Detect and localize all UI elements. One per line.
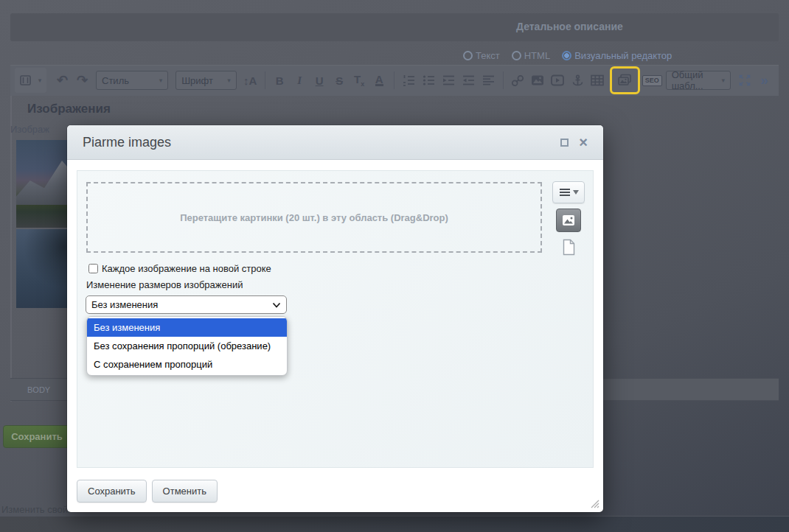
bold-icon: B (276, 74, 284, 87)
resize-select-label: Изменение размеров изображений (86, 279, 243, 290)
template-dropdown-value: Общий шабл... (672, 69, 717, 91)
image-gallery-button[interactable] (615, 70, 635, 91)
italic-icon: I (297, 74, 302, 87)
dialog-resize-handle[interactable] (590, 499, 599, 508)
dialog-save-button[interactable]: Сохранить (77, 480, 147, 503)
bold-button[interactable]: B (270, 70, 290, 91)
remove-format-button[interactable]: Tx (350, 70, 369, 91)
option-no-change[interactable]: Без изменения (87, 318, 287, 337)
footer-strip (0, 516, 789, 532)
radio-icon[interactable] (512, 51, 521, 60)
numbered-list-icon (403, 74, 415, 86)
undo-button[interactable]: ↶ (52, 70, 72, 91)
gallery-button-highlight (610, 66, 640, 94)
dialog-cancel-label: Отменить (163, 486, 206, 497)
align-left-button[interactable] (479, 70, 498, 91)
page-save-button-label: Сохранить (11, 431, 63, 442)
chevron-down-icon: ▾ (721, 77, 725, 84)
template-dropdown[interactable]: Общий шабл... ▾ (666, 71, 731, 90)
radio-selected-icon[interactable] (562, 51, 571, 60)
dialog-cancel-button[interactable]: Отменить (152, 480, 218, 503)
newline-checkbox-row: Каждое изображение на новой строке (88, 263, 271, 274)
outdent-icon (462, 74, 475, 86)
toolbar-more-button[interactable]: » (754, 70, 774, 91)
link-icon (511, 74, 524, 87)
font-dropdown-value: Шрифт (181, 75, 213, 86)
dialog-header[interactable]: Piarme images × (67, 125, 603, 160)
radio-icon[interactable] (463, 51, 473, 60)
undo-icon: ↶ (57, 72, 68, 88)
insert-image-button[interactable] (528, 70, 548, 91)
underline-button[interactable]: U (310, 70, 330, 91)
numbered-list-button[interactable] (399, 70, 419, 91)
option-crop[interactable]: Без сохранения пропорций (обрезание) (87, 337, 287, 355)
anchor-icon (571, 74, 584, 87)
image-view-icon (562, 214, 575, 226)
widget-block-button[interactable]: ▾ (15, 68, 46, 93)
page: Детальное описание Текст HTML Визуальный… (0, 0, 789, 532)
image-view-button[interactable] (556, 209, 581, 232)
resize-select-value: Без изменения (91, 299, 158, 310)
indent-icon (442, 74, 455, 86)
dialog-buttons: Сохранить Отменить (77, 480, 218, 503)
chevron-down-icon: ▾ (159, 77, 163, 84)
toolbar-separator (394, 71, 394, 89)
list-view-menu-button[interactable] (552, 181, 585, 203)
hamburger-icon (559, 188, 571, 197)
font-dropdown[interactable]: Шрифт ▾ (175, 71, 237, 90)
chevron-down-icon (272, 302, 281, 308)
video-icon (551, 74, 564, 86)
image-dropzone[interactable]: Перетащите картинки (20 шт.) в эту облас… (86, 182, 542, 253)
bullet-list-button[interactable] (419, 70, 439, 91)
style-dropdown[interactable]: Стиль ▾ (96, 71, 168, 90)
outdent-button[interactable] (459, 70, 479, 91)
indent-button[interactable] (439, 70, 459, 91)
seo-icon: SEO (642, 75, 662, 86)
align-left-icon (482, 74, 495, 86)
strikethrough-button[interactable]: S (330, 70, 350, 91)
dialog-title: Piarme images (83, 135, 171, 150)
underline-icon: U (316, 74, 324, 87)
font-size-button[interactable]: ↕A (240, 70, 260, 91)
table-button[interactable] (588, 70, 608, 91)
text-color-icon: A (375, 74, 383, 86)
section-header-bar: Детальное описание (10, 13, 779, 41)
element-path-body[interactable]: BODY (10, 379, 67, 400)
chevron-down-icon: ▾ (227, 77, 231, 84)
edit-properties-link[interactable]: Изменить свой (1, 504, 68, 515)
bullet-list-icon (423, 74, 435, 86)
piarme-images-dialog: Piarme images × Перетащите картинки (20 … (67, 125, 603, 512)
section-title: Детальное описание (516, 21, 623, 32)
mode-radio-text[interactable]: Текст (463, 50, 500, 61)
maximize-editor-button[interactable] (734, 70, 754, 91)
newline-checkbox[interactable] (88, 264, 98, 273)
chevron-down-icon: ▾ (38, 77, 42, 84)
editor-toolbar: ▾ ↶ ↷ Стиль ▾ Шрифт ▾ ↕A B I U S Tx A (10, 65, 779, 96)
chevron-down-icon (573, 190, 579, 195)
mode-radio-visual-editor[interactable]: Визуальный редактор (562, 50, 672, 61)
italic-button[interactable]: I (290, 70, 310, 91)
toolbar-separator (503, 71, 504, 89)
seo-button[interactable]: SEO (642, 70, 662, 91)
page-save-button[interactable]: Сохранить (3, 425, 71, 448)
anchor-button[interactable] (568, 70, 588, 91)
redo-button[interactable]: ↷ (72, 70, 92, 91)
image-field-label: Изображ (10, 124, 49, 135)
more-chevrons-icon: » (760, 72, 768, 88)
mode-radio-text-label: Текст (476, 50, 500, 61)
table-icon (591, 74, 604, 86)
strikethrough-icon: S (336, 74, 343, 87)
file-view-button[interactable] (563, 239, 575, 259)
text-color-button[interactable]: A (369, 70, 389, 91)
widget-icon (20, 75, 32, 86)
option-keep-proportions[interactable]: С сохранением пропорций (87, 355, 287, 374)
dialog-maximize-icon[interactable] (560, 139, 569, 147)
resize-select[interactable]: Без изменения (86, 295, 287, 314)
mode-radio-html[interactable]: HTML (512, 50, 550, 61)
dialog-close-icon[interactable]: × (579, 137, 588, 147)
file-icon (563, 239, 575, 256)
image-gallery-icon (617, 74, 632, 87)
link-button[interactable] (508, 70, 528, 91)
video-button[interactable] (548, 70, 568, 91)
mode-radio-visual-label: Визуальный редактор (574, 50, 672, 61)
